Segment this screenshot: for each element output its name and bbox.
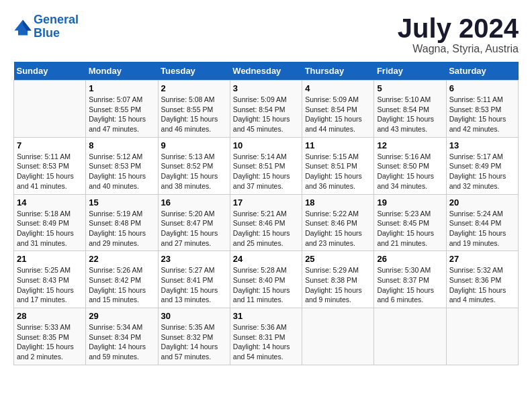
calendar-cell: 31Sunrise: 5:36 AM Sunset: 8:31 PM Dayli… (230, 308, 302, 365)
day-info: Sunrise: 5:20 AM Sunset: 8:47 PM Dayligh… (161, 209, 227, 248)
day-info: Sunrise: 5:24 AM Sunset: 8:44 PM Dayligh… (449, 209, 515, 248)
day-number: 8 (89, 140, 154, 150)
day-info: Sunrise: 5:08 AM Sunset: 8:55 PM Dayligh… (161, 95, 227, 134)
header-day-tuesday: Tuesday (158, 62, 230, 81)
day-info: Sunrise: 5:09 AM Sunset: 8:54 PM Dayligh… (233, 95, 299, 134)
day-number: 31 (233, 311, 299, 321)
week-row-2: 7Sunrise: 5:11 AM Sunset: 8:53 PM Daylig… (14, 137, 519, 194)
calendar-cell: 24Sunrise: 5:28 AM Sunset: 8:40 PM Dayli… (230, 251, 302, 308)
calendar-cell: 22Sunrise: 5:26 AM Sunset: 8:42 PM Dayli… (86, 251, 158, 308)
day-info: Sunrise: 5:23 AM Sunset: 8:45 PM Dayligh… (377, 209, 443, 248)
day-number: 22 (89, 254, 154, 264)
day-number: 9 (161, 140, 227, 150)
day-number: 3 (233, 83, 299, 93)
day-number: 21 (17, 254, 83, 264)
day-info: Sunrise: 5:16 AM Sunset: 8:50 PM Dayligh… (377, 152, 443, 191)
day-number: 11 (305, 140, 371, 150)
logo: General Blue (13, 13, 79, 40)
calendar-cell: 2Sunrise: 5:08 AM Sunset: 8:55 PM Daylig… (158, 81, 230, 138)
day-number: 20 (449, 197, 515, 208)
calendar-cell: 23Sunrise: 5:27 AM Sunset: 8:41 PM Dayli… (158, 251, 230, 308)
day-info: Sunrise: 5:36 AM Sunset: 8:31 PM Dayligh… (233, 322, 299, 362)
day-info: Sunrise: 5:29 AM Sunset: 8:38 PM Dayligh… (305, 265, 371, 305)
day-number: 17 (233, 197, 299, 208)
day-number: 30 (161, 311, 227, 321)
header-day-sunday: Sunday (14, 62, 86, 81)
day-number: 15 (89, 197, 154, 208)
calendar-cell: 9Sunrise: 5:13 AM Sunset: 8:52 PM Daylig… (158, 137, 230, 194)
calendar-cell: 3Sunrise: 5:09 AM Sunset: 8:54 PM Daylig… (230, 81, 302, 138)
calendar-cell: 12Sunrise: 5:16 AM Sunset: 8:50 PM Dayli… (374, 137, 446, 194)
header-day-wednesday: Wednesday (230, 62, 302, 81)
day-info: Sunrise: 5:15 AM Sunset: 8:51 PM Dayligh… (305, 152, 371, 191)
logo-general: General (34, 13, 79, 26)
calendar-cell (302, 308, 374, 365)
day-info: Sunrise: 5:34 AM Sunset: 8:34 PM Dayligh… (89, 322, 154, 362)
day-number: 19 (377, 197, 443, 208)
day-info: Sunrise: 5:14 AM Sunset: 8:51 PM Dayligh… (233, 152, 299, 191)
day-number: 5 (377, 83, 443, 93)
logo-blue: Blue (34, 27, 79, 40)
header-day-thursday: Thursday (302, 62, 374, 81)
day-number: 26 (377, 254, 443, 264)
calendar-cell (446, 308, 518, 365)
calendar-cell: 26Sunrise: 5:30 AM Sunset: 8:37 PM Dayli… (374, 251, 446, 308)
day-number: 6 (449, 83, 515, 93)
week-row-5: 28Sunrise: 5:33 AM Sunset: 8:35 PM Dayli… (14, 308, 519, 365)
calendar-table: SundayMondayTuesdayWednesdayThursdayFrid… (13, 62, 519, 365)
calendar-cell: 10Sunrise: 5:14 AM Sunset: 8:51 PM Dayli… (230, 137, 302, 194)
calendar-cell: 1Sunrise: 5:07 AM Sunset: 8:55 PM Daylig… (86, 81, 158, 138)
day-info: Sunrise: 5:35 AM Sunset: 8:32 PM Dayligh… (161, 322, 227, 362)
calendar-cell: 30Sunrise: 5:35 AM Sunset: 8:32 PM Dayli… (158, 308, 230, 365)
day-info: Sunrise: 5:10 AM Sunset: 8:54 PM Dayligh… (377, 95, 443, 134)
calendar-cell: 18Sunrise: 5:22 AM Sunset: 8:46 PM Dayli… (302, 194, 374, 251)
calendar-cell: 8Sunrise: 5:12 AM Sunset: 8:53 PM Daylig… (86, 137, 158, 194)
day-number: 27 (449, 254, 515, 264)
header-day-monday: Monday (86, 62, 158, 81)
day-info: Sunrise: 5:09 AM Sunset: 8:54 PM Dayligh… (305, 95, 371, 134)
calendar-cell: 13Sunrise: 5:17 AM Sunset: 8:49 PM Dayli… (446, 137, 518, 194)
calendar-cell: 21Sunrise: 5:25 AM Sunset: 8:43 PM Dayli… (14, 251, 86, 308)
calendar-cell: 5Sunrise: 5:10 AM Sunset: 8:54 PM Daylig… (374, 81, 446, 138)
calendar-cell (374, 308, 446, 365)
header-day-friday: Friday (374, 62, 446, 81)
day-info: Sunrise: 5:26 AM Sunset: 8:42 PM Dayligh… (89, 265, 154, 305)
calendar-cell: 4Sunrise: 5:09 AM Sunset: 8:54 PM Daylig… (302, 81, 374, 138)
day-number: 7 (17, 140, 83, 150)
day-info: Sunrise: 5:27 AM Sunset: 8:41 PM Dayligh… (161, 265, 227, 305)
calendar-cell: 7Sunrise: 5:11 AM Sunset: 8:53 PM Daylig… (14, 137, 86, 194)
day-info: Sunrise: 5:33 AM Sunset: 8:35 PM Dayligh… (17, 322, 83, 362)
calendar-cell: 14Sunrise: 5:18 AM Sunset: 8:49 PM Dayli… (14, 194, 86, 251)
calendar-cell: 20Sunrise: 5:24 AM Sunset: 8:44 PM Dayli… (446, 194, 518, 251)
day-info: Sunrise: 5:21 AM Sunset: 8:46 PM Dayligh… (233, 209, 299, 248)
calendar-cell (14, 81, 86, 138)
page-header: General Blue July 2024 Wagna, Styria, Au… (13, 13, 519, 55)
calendar-cell: 15Sunrise: 5:19 AM Sunset: 8:48 PM Dayli… (86, 194, 158, 251)
week-row-3: 14Sunrise: 5:18 AM Sunset: 8:49 PM Dayli… (14, 194, 519, 251)
day-info: Sunrise: 5:07 AM Sunset: 8:55 PM Dayligh… (89, 95, 154, 134)
day-info: Sunrise: 5:19 AM Sunset: 8:48 PM Dayligh… (89, 209, 154, 248)
day-info: Sunrise: 5:12 AM Sunset: 8:53 PM Dayligh… (89, 152, 154, 191)
day-info: Sunrise: 5:32 AM Sunset: 8:36 PM Dayligh… (449, 265, 515, 305)
day-number: 28 (17, 311, 83, 321)
day-number: 1 (89, 83, 154, 93)
day-number: 25 (305, 254, 371, 264)
day-number: 24 (233, 254, 299, 264)
month-title: July 2024 (398, 13, 519, 43)
calendar-cell: 6Sunrise: 5:11 AM Sunset: 8:53 PM Daylig… (446, 81, 518, 138)
calendar-cell: 27Sunrise: 5:32 AM Sunset: 8:36 PM Dayli… (446, 251, 518, 308)
day-number: 29 (89, 311, 154, 321)
calendar-cell: 16Sunrise: 5:20 AM Sunset: 8:47 PM Dayli… (158, 194, 230, 251)
day-info: Sunrise: 5:28 AM Sunset: 8:40 PM Dayligh… (233, 265, 299, 305)
day-number: 10 (233, 140, 299, 150)
day-number: 23 (161, 254, 227, 264)
week-row-4: 21Sunrise: 5:25 AM Sunset: 8:43 PM Dayli… (14, 251, 519, 308)
calendar-cell: 29Sunrise: 5:34 AM Sunset: 8:34 PM Dayli… (86, 308, 158, 365)
day-number: 4 (305, 83, 371, 93)
day-number: 2 (161, 83, 227, 93)
day-number: 16 (161, 197, 227, 208)
header-day-saturday: Saturday (446, 62, 518, 81)
location-subtitle: Wagna, Styria, Austria (398, 43, 519, 55)
day-info: Sunrise: 5:11 AM Sunset: 8:53 PM Dayligh… (17, 152, 83, 191)
calendar-cell: 19Sunrise: 5:23 AM Sunset: 8:45 PM Dayli… (374, 194, 446, 251)
